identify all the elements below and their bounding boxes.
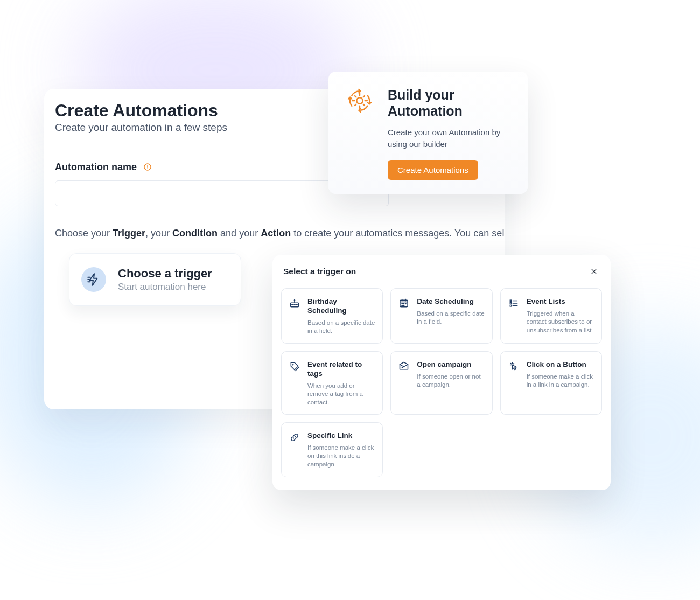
trigger-option-desc: Based on a specific date in a field. (417, 310, 484, 326)
svg-point-19 (402, 305, 402, 306)
trigger-option-title: Date Scheduling (417, 297, 484, 306)
choose-trigger-title: Choose a trigger (118, 267, 212, 281)
trigger-option-open-campaign[interactable]: Open campaign If someone open or not a c… (390, 351, 492, 415)
trigger-option-desc: If someone open or not a campaign. (417, 373, 484, 389)
gear-cycle-icon (346, 87, 374, 115)
select-trigger-title: Select a trigger on (283, 267, 356, 276)
trigger-option-specific-link[interactable]: Specific Link If someone make a click on… (281, 422, 383, 477)
trigger-option-event-lists[interactable]: Event Lists Triggered when a contact sub… (500, 288, 602, 344)
trigger-option-title: Event related to tags (307, 360, 375, 379)
bolt-icon (81, 267, 106, 292)
svg-line-31 (510, 363, 511, 364)
trigger-option-title: Click on a Button (527, 360, 594, 369)
trigger-option-birthday[interactable]: Birthday Scheduling Based on a specific … (281, 288, 383, 344)
trigger-option-title: Specific Link (307, 431, 375, 441)
trigger-option-desc: If someone make a click on this link ins… (307, 444, 375, 469)
svg-rect-21 (510, 300, 512, 302)
svg-point-17 (404, 303, 404, 304)
choose-trigger-subtitle: Start automation here (118, 282, 212, 292)
trigger-option-title: Event Lists (527, 297, 594, 306)
envelope-icon (398, 361, 409, 372)
link-icon (289, 432, 300, 443)
select-trigger-panel: Select a trigger on B (272, 255, 611, 490)
birthday-icon (289, 298, 300, 309)
svg-point-20 (404, 305, 404, 306)
trigger-option-desc: Triggered when a contact subscribes to o… (527, 310, 594, 335)
svg-point-18 (405, 303, 406, 304)
click-icon (508, 361, 519, 372)
build-automation-card: Build your Automation Create your own Au… (328, 72, 528, 194)
svg-point-7 (356, 97, 362, 103)
trigger-option-tags[interactable]: Event related to tags When you add or re… (281, 351, 383, 415)
automation-name-label: Automation name (55, 162, 137, 173)
trigger-option-desc: When you add or remove a tag from a cont… (307, 382, 375, 407)
calendar-icon (398, 298, 409, 309)
trigger-option-click-button[interactable]: Click on a Button If someone make a clic… (500, 351, 602, 415)
create-automations-button[interactable]: Create Automations (388, 160, 478, 180)
svg-point-27 (292, 364, 293, 365)
svg-line-28 (402, 367, 404, 368)
svg-point-16 (402, 303, 402, 304)
trigger-option-desc: If someone make a click in a link in a c… (527, 373, 594, 389)
build-card-desc: Create your own Automation by using our … (388, 127, 512, 150)
svg-point-2 (147, 169, 148, 169)
list-icon (508, 298, 519, 309)
build-card-title: Build your Automation (388, 87, 512, 119)
svg-rect-23 (510, 303, 512, 304)
svg-line-32 (513, 363, 514, 364)
choose-trigger-card[interactable]: Choose a trigger Start automation here (69, 253, 241, 306)
svg-rect-25 (510, 305, 512, 306)
tag-icon (289, 361, 300, 372)
trigger-option-title: Birthday Scheduling (307, 297, 375, 316)
info-icon[interactable] (143, 163, 152, 171)
close-icon[interactable] (588, 266, 600, 277)
trigger-option-title: Open campaign (417, 360, 484, 369)
trigger-option-desc: Based on a specific date in a field. (307, 319, 375, 336)
svg-marker-3 (89, 274, 97, 285)
trigger-option-date[interactable]: Date Scheduling Based on a specific date… (390, 288, 492, 344)
instruction-text: Choose your Trigger, your Condition and … (55, 228, 494, 239)
